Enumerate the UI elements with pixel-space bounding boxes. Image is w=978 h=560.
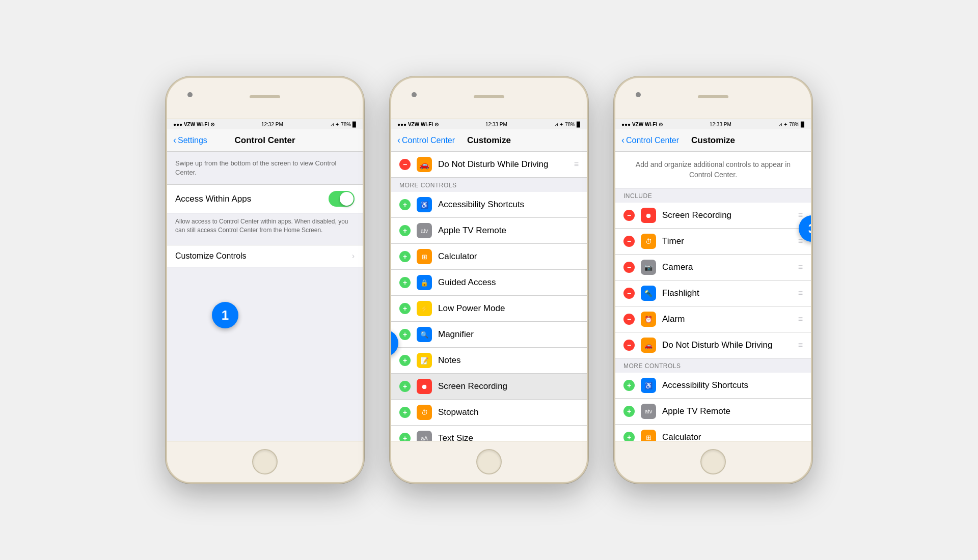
phone-top-2 <box>391 78 587 119</box>
content-1: Swipe up from the bottom of the screen t… <box>167 152 363 441</box>
plus-low-power[interactable]: + <box>399 303 411 314</box>
back-arrow-3: ‹ <box>621 135 624 146</box>
status-bar-2: ●●● VZW Wi-Fi ⊙ 12:33 PM ⊿ ✦ 78% ▉ <box>391 119 587 129</box>
icon-notes: 📝 <box>417 353 432 368</box>
plus-text-size[interactable]: + <box>399 433 411 441</box>
list-item-screen-recording[interactable]: + ⏺ Screen Recording <box>391 374 587 400</box>
nav-title-3: Customize <box>691 135 735 146</box>
back-arrow-1: ‹ <box>173 135 176 146</box>
list-item-stopwatch[interactable]: + ⏱ Stopwatch <box>391 400 587 426</box>
home-button-2[interactable] <box>476 449 502 474</box>
included-camera[interactable]: − 📷 Camera ≡ <box>615 255 811 281</box>
drag-camera[interactable]: ≡ <box>798 263 803 272</box>
status-carrier-1: ●●● VZW Wi-Fi ⊙ <box>173 122 214 127</box>
nav-back-2[interactable]: ‹ Control Center <box>397 135 455 146</box>
content-3: Add and organize additional controls to … <box>615 152 811 441</box>
minus-dnd[interactable]: − <box>399 159 411 170</box>
icon-stopwatch: ⏱ <box>417 405 432 420</box>
plus-notes[interactable]: + <box>399 355 411 366</box>
drag-flashlight[interactable]: ≡ <box>798 289 803 298</box>
plus-screen-recording[interactable]: + <box>399 381 411 392</box>
status-bar-3: ●●● VZW Wi-Fi ⊙ 12:33 PM ⊿ ✦ 78% ▉ <box>615 119 811 129</box>
speaker-1 <box>250 95 280 98</box>
status-time-2: 12:33 PM <box>485 122 507 127</box>
included-dnd-driving[interactable]: − 🚗 Do Not Disturb While Driving ≡ <box>615 332 811 358</box>
included-alarm[interactable]: − ⏰ Alarm ≡ <box>615 306 811 332</box>
home-button-3[interactable] <box>700 449 726 474</box>
plus3-apple-tv[interactable]: + <box>623 406 635 417</box>
description-block-1: Swipe up from the bottom of the screen t… <box>167 152 363 184</box>
plus3-accessibility[interactable]: + <box>623 380 635 391</box>
label-text-size: Text Size <box>438 433 579 441</box>
list-item-magnifier[interactable]: + 🔍 Magnifier <box>391 322 587 348</box>
label3-accessibility: Accessibility Shortcuts <box>662 380 803 390</box>
access-toggle[interactable] <box>329 191 355 207</box>
minus-alarm[interactable]: − <box>623 314 635 325</box>
icon-guided-access: 🔒 <box>417 275 432 290</box>
icon3-timer: ⏱ <box>641 234 656 249</box>
nav-title-1: Control Center <box>235 135 295 146</box>
phone-bottom-1 <box>167 441 363 482</box>
label3-apple-tv: Apple TV Remote <box>662 406 803 416</box>
step-badge-1: 1 <box>212 302 238 328</box>
toggle-description-block: Allow access to Control Center within ap… <box>167 213 363 239</box>
plus-guided-access[interactable]: + <box>399 277 411 288</box>
plus-apple-tv[interactable]: + <box>399 225 411 236</box>
label3-flashlight: Flashlight <box>662 288 792 298</box>
minus-screen-recording[interactable]: − <box>623 210 635 221</box>
list-item-accessibility[interactable]: + ♿ Accessibility Shortcuts <box>391 192 587 218</box>
icon3-camera: 📷 <box>641 260 656 275</box>
status-icons-1: ⊿ ✦ 78% ▉ <box>330 122 357 127</box>
access-within-apps-cell[interactable]: Access Within Apps <box>167 184 363 213</box>
phone-top-1 <box>167 78 363 119</box>
nav-back-3[interactable]: ‹ Control Center <box>621 135 679 146</box>
minus-timer[interactable]: − <box>623 236 635 247</box>
plus-accessibility[interactable]: + <box>399 199 411 210</box>
plus-magnifier[interactable]: + <box>399 329 411 340</box>
minus-camera[interactable]: − <box>623 262 635 273</box>
toggle-description-text: Allow access to Control Center within ap… <box>175 217 355 235</box>
plus-calculator[interactable]: + <box>399 251 411 262</box>
label-screen-recording: Screen Recording <box>438 381 579 391</box>
nav-back-1[interactable]: ‹ Settings <box>173 135 207 146</box>
screen-3: ●●● VZW Wi-Fi ⊙ 12:33 PM ⊿ ✦ 78% ▉ ‹ Con… <box>615 119 811 441</box>
drag-handle-dnd[interactable]: ≡ <box>574 160 579 169</box>
drag-dnd-driving[interactable]: ≡ <box>798 341 803 350</box>
icon-magnifier: 🔍 <box>417 327 432 342</box>
list-item-notes[interactable]: + 📝 Notes <box>391 348 587 374</box>
icon3-calculator: ⊞ <box>641 430 656 441</box>
included-flashlight[interactable]: − 🔦 Flashlight ≡ <box>615 281 811 306</box>
status-icons-2: ⊿ ✦ 78% ▉ <box>554 122 581 127</box>
status-bar-1: ●●● VZW Wi-Fi ⊙ 12:32 PM ⊿ ✦ 78% ▉ <box>167 119 363 129</box>
list3-apple-tv[interactable]: + atv Apple TV Remote <box>615 399 811 425</box>
list-item-calculator[interactable]: + ⊞ Calculator <box>391 244 587 270</box>
label-calculator: Calculator <box>438 251 579 262</box>
customize-controls-row[interactable]: Customize Controls › <box>167 245 363 267</box>
list3-calculator[interactable]: + ⊞ Calculator <box>615 425 811 441</box>
minus-flashlight[interactable]: − <box>623 288 635 299</box>
included-screen-recording[interactable]: − ⏺ Screen Recording ≡ <box>615 203 811 229</box>
phone-bottom-3 <box>615 441 811 482</box>
plus-stopwatch[interactable]: + <box>399 407 411 418</box>
drag-alarm[interactable]: ≡ <box>798 315 803 324</box>
icon3-flashlight: 🔦 <box>641 286 656 301</box>
home-button-1[interactable] <box>252 449 278 474</box>
list-item-apple-tv[interactable]: + atv Apple TV Remote <box>391 218 587 244</box>
customize-chevron: › <box>352 251 355 261</box>
list-item-text-size[interactable]: + aA Text Size <box>391 426 587 441</box>
included-timer[interactable]: − ⏱ Timer ≡ <box>615 229 811 255</box>
back-label-1: Settings <box>178 136 207 145</box>
included-dnd-row[interactable]: − 🚗 Do Not Disturb While Driving ≡ <box>391 152 587 178</box>
customize-controls-label: Customize Controls <box>175 251 247 261</box>
label-magnifier: Magnifier <box>438 329 579 340</box>
list3-accessibility[interactable]: + ♿ Accessibility Shortcuts <box>615 373 811 399</box>
plus3-calculator[interactable]: + <box>623 432 635 441</box>
status-icons-3: ⊿ ✦ 78% ▉ <box>778 122 805 127</box>
list-item-guided-access[interactable]: + 🔒 Guided Access <box>391 270 587 296</box>
minus-dnd-driving[interactable]: − <box>623 340 635 351</box>
list-item-low-power[interactable]: + ⚡ Low Power Mode <box>391 296 587 322</box>
content-2: − 🚗 Do Not Disturb While Driving ≡ MORE … <box>391 152 587 441</box>
label3-timer: Timer <box>662 236 792 246</box>
nav-bar-2: ‹ Control Center Customize <box>391 129 587 152</box>
camera-3 <box>636 92 641 97</box>
